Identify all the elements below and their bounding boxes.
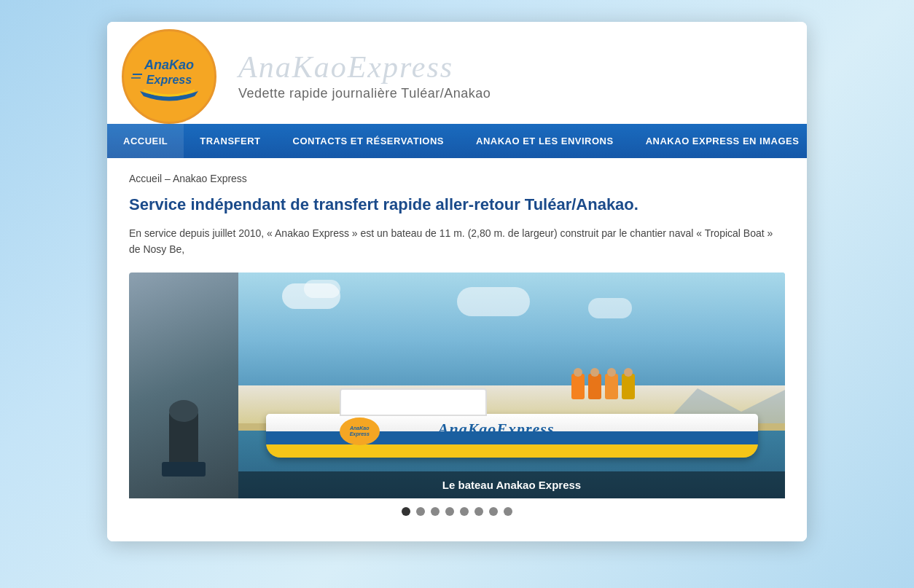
person-2 xyxy=(588,374,601,399)
slideshow: AnaKaoExpress AnaKaoExpress Le bateau An… xyxy=(129,273,785,520)
dot-7[interactable] xyxy=(489,507,498,516)
site-logo: AnaKao Express xyxy=(122,29,216,124)
nav-item-images[interactable]: ANAKAO EXPRESS EN IMAGES xyxy=(630,124,807,158)
person-4 xyxy=(622,374,635,399)
nav-item-environs[interactable]: ANAKAO ET LES ENVIRONS xyxy=(460,124,630,158)
boat: AnaKaoExpress AnaKaoExpress xyxy=(266,414,758,458)
svg-text:Express: Express xyxy=(147,74,192,86)
boat-text: AnaKaoExpress xyxy=(438,420,555,439)
site-title-watermark: AnaKaoExpress xyxy=(238,52,453,82)
slide-sky xyxy=(238,273,785,385)
dot-3[interactable] xyxy=(431,507,440,516)
dot-4[interactable] xyxy=(445,507,454,516)
person-3 xyxy=(605,374,618,399)
svg-point-6 xyxy=(169,400,198,422)
site-subtitle: Vedette rapide journalière Tuléar/Anakao xyxy=(238,86,491,101)
svg-text:AnaKao: AnaKao xyxy=(144,58,194,72)
header-right: AnaKaoExpress Vedette rapide journalière… xyxy=(231,52,792,101)
breadcrumb: Accueil – Anakao Express xyxy=(129,173,785,184)
boat-hull: AnaKaoExpress AnaKaoExpress xyxy=(266,414,758,458)
slide-thumb-inner xyxy=(129,273,238,498)
browser-window: AnaKao Express AnaKaoExpress Vedette rap… xyxy=(107,22,807,541)
page-heading: Service indépendant de transfert rapide … xyxy=(129,195,785,214)
svg-rect-5 xyxy=(162,462,206,477)
person-1 xyxy=(571,374,585,399)
slide-main: AnaKaoExpress AnaKaoExpress Le bateau An… xyxy=(238,273,785,498)
main-nav: ACCUEIL TRANSFERT CONTACTS ET RÉSERVATIO… xyxy=(107,124,807,158)
dot-5[interactable] xyxy=(460,507,469,516)
people-group xyxy=(571,374,635,399)
intro-text: En service depuis juillet 2010, « Anakao… xyxy=(129,225,785,258)
slide-caption: Le bateau Anakao Express xyxy=(238,471,785,498)
slide-dots xyxy=(129,498,785,520)
site-header: AnaKao Express AnaKaoExpress Vedette rap… xyxy=(107,22,807,124)
boat-cabin xyxy=(340,388,488,416)
dot-1[interactable] xyxy=(402,507,410,516)
nav-item-contacts[interactable]: CONTACTS ET RÉSERVATIONS xyxy=(277,124,461,158)
nav-item-transfert[interactable]: TRANSFERT xyxy=(184,124,276,158)
slide-thumb-left xyxy=(129,273,238,498)
dot-8[interactable] xyxy=(504,507,512,516)
boat-logo-badge: AnaKaoExpress xyxy=(340,418,380,445)
slide-area: AnaKaoExpress AnaKaoExpress Le bateau An… xyxy=(129,273,785,498)
dot-6[interactable] xyxy=(474,507,483,516)
dot-2[interactable] xyxy=(416,507,425,516)
page-content: Accueil – Anakao Express Service indépen… xyxy=(107,158,807,541)
nav-item-accueil[interactable]: ACCUEIL xyxy=(107,124,184,158)
